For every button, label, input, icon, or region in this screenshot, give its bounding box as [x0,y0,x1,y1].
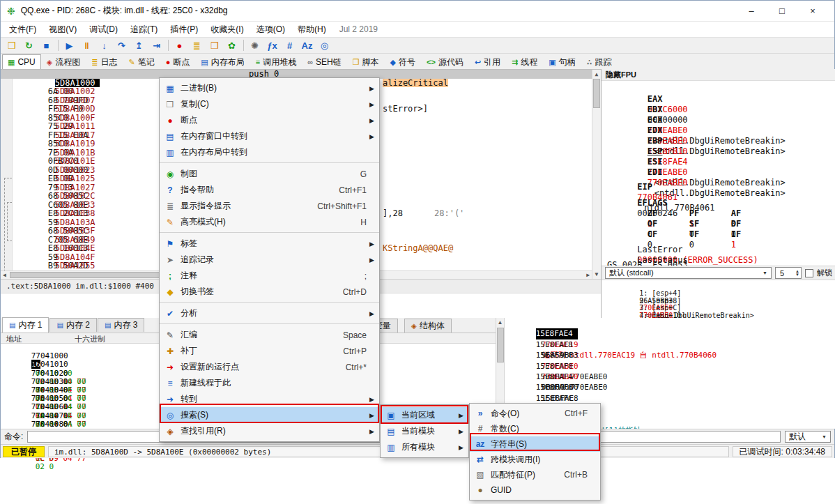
context-menu-item[interactable]: ➤ 追踪记录 ▶ [160,252,379,268]
view-tab[interactable]: ● 断点 [160,54,196,69]
bottom-tab[interactable]: ◈ 结构体 [404,319,452,333]
view-tab[interactable]: <> 源代码 [421,54,469,69]
context-menu-item[interactable]: ▦ 二进制(B) ▶ [160,80,379,96]
submenu-item[interactable]: az 字符串(S) [470,436,600,452]
context-menu-item[interactable]: ◆ 切换书签 Ctrl+D [160,284,379,300]
flag-item[interactable]: CF 0 [607,219,649,229]
flag-item[interactable]: ZF 1 [607,198,649,208]
toolbar-button[interactable]: ≣ [188,38,206,53]
toolbar-button[interactable]: Az [298,38,316,53]
toolbar-button[interactable]: ■ [38,38,55,53]
context-menu-item[interactable]: ✎ 高亮模式(H) H [160,214,379,230]
toolbar-button[interactable] [165,38,171,53]
toolbar-button[interactable]: ❒ [206,38,223,53]
view-tab[interactable]: ≡ 调用堆栈 [250,54,302,69]
toolbar-button[interactable]: ↻ [20,38,38,53]
scrollbar-thumb[interactable] [497,328,504,362]
submenu-item[interactable]: ▤ 当前模块 ▶ [381,423,468,439]
toolbar-button[interactable]: ▶ [61,38,78,53]
toolbar-button[interactable]: ● [171,38,188,53]
view-tab[interactable]: ▦ CPU [2,54,41,69]
toolbar-button[interactable]: ↥ [130,38,148,53]
toolbar-button[interactable]: ↓ [95,38,113,53]
context-menu-item[interactable] [160,300,379,305]
flag-item[interactable]: PF 1 [649,198,691,208]
toolbar-button[interactable]: ‖ [78,38,95,53]
submenu-item[interactable]: » 命令(O) Ctrl+F [470,406,600,421]
bottom-tab[interactable]: ▤ 内存 3 [98,318,144,332]
view-tab[interactable]: ▣ 句柄 [543,54,581,69]
context-menu-item[interactable]: ▥ 在内存布局中转到 [160,144,379,160]
context-menu-item[interactable]: ✎ 汇编 Space [160,327,379,343]
stack-row[interactable]: 15E8FAE4 770EAC19 返回到 ntdll.770EAC19 自 n… [505,318,835,328]
context-menu-item[interactable]: ❒ 复制(C) ▶ [160,96,379,112]
scroll-up-icon[interactable]: ▲ [592,71,601,77]
toolbar-button[interactable] [240,38,246,53]
context-menu-item[interactable]: ≡ 新建线程于此 [160,375,379,391]
arg-count-spinner[interactable]: 5 ▲▼ [775,267,802,279]
view-tab[interactable]: ↩ 引用 [469,54,506,69]
view-tab[interactable]: ✎ 笔记 [123,54,160,69]
flag-item[interactable]: IF 1 [691,219,733,229]
maximize-button[interactable]: □ [767,1,797,21]
toolbar-button[interactable]: ✿ [223,38,240,53]
toolbar-button[interactable]: ❒ [3,38,20,53]
toolbar-button[interactable]: ƒx [263,38,281,53]
register-row[interactable]: EAX 007C6000 [602,84,835,94]
context-menu-item[interactable]: ▤ 在内存窗口中转到 ▶ [160,128,379,144]
bottom-tab[interactable]: ▤ 内存 1 [2,317,49,333]
menubar-item[interactable]: 追踪(T) [124,22,164,38]
menubar-item[interactable]: 收藏夹(I) [204,22,250,38]
context-menu-item[interactable]: ◈ 查找引用(R) ▶ [160,423,379,439]
menubar-item[interactable]: 视图(V) [43,22,83,38]
context-menu-item[interactable]: ⚑ 标签 ▶ [160,236,379,252]
scroll-up-icon[interactable]: ▲ [496,319,504,326]
submenu-item[interactable]: ▣ 当前区域 ▶ [381,407,468,423]
context-menu-item[interactable] [160,230,379,236]
submenu-item[interactable]: ▧ 匹配特征(P) Ctrl+B [470,467,600,482]
flag-item[interactable]: DF 0 [691,208,733,219]
context-menu-item[interactable] [160,321,379,327]
scroll-left-icon[interactable]: ◀ [3,272,6,278]
minimize-button[interactable]: – [736,1,767,21]
context-menu-item[interactable]: ✔ 分析 ▶ [160,305,379,321]
context-menu-item[interactable]: ✚ 补丁 Ctrl+P [160,343,379,359]
view-tab[interactable]: ▤ 内存布局 [195,54,250,69]
view-tab[interactable]: ∞ SEH链 [302,54,347,69]
toolbar-button[interactable]: ✺ [246,38,263,53]
toolbar-button[interactable]: ◎ [316,38,333,53]
calling-convention-select[interactable]: 默认 (stdcall) ▼ [605,267,772,279]
menubar-item[interactable]: 插件(P) [164,22,204,38]
context-menu-item[interactable]: ◎ 搜索(S) ▶ [160,407,379,423]
disasm-vertical-scrollbar[interactable]: ▲ ▼ [592,70,601,279]
view-tab[interactable]: ❒ 脚本 [347,54,385,69]
menubar-item[interactable]: 调试(D) [83,22,124,38]
context-menu-item[interactable]: ; 注释 ; [160,268,379,284]
bottom-tab[interactable]: ▤ 内存 2 [49,318,96,332]
context-menu-item[interactable]: ≣ 显示指令提示 Ctrl+Shift+F1 [160,198,379,214]
view-tab[interactable]: ⇉ 线程 [506,54,543,69]
toolbar-button[interactable] [55,38,61,53]
view-tab[interactable]: ◈ 流程图 [41,54,86,69]
context-menu-item[interactable]: ● 断点 ▶ [160,112,379,128]
submenu-item[interactable]: # 常数(C) [470,421,600,436]
view-tab[interactable]: ◆ 符号 [385,54,421,69]
submenu-item[interactable]: ⇄ 跨模块调用(I) [470,452,600,467]
toolbar-button[interactable]: ⇥ [148,38,165,53]
toolbar-button[interactable]: ↷ [113,38,130,53]
scrollbar-thumb[interactable] [593,79,600,108]
view-tab[interactable]: ≣ 日志 [86,54,123,69]
context-menu-item[interactable]: ? 指令帮助 Ctrl+F1 [160,182,379,198]
context-menu-item[interactable] [160,160,379,166]
flag-item[interactable]: TF 0 [649,219,691,229]
context-menu-item[interactable]: ➜ 设置新的运行点 Ctrl+* [160,359,379,375]
scroll-right-icon[interactable]: ▶ [586,272,590,278]
toolbar-button[interactable]: # [281,38,298,53]
context-menu-item[interactable]: ➜ 转到 ▶ [160,391,379,407]
context-menu-item[interactable]: ◉ 制图 G [160,166,379,182]
argument-row[interactable]: 1: [esp+4] 96A59BB3 [606,283,832,290]
scroll-down-icon[interactable]: ▼ [592,271,601,277]
hide-fpu-toggle[interactable]: 隐藏FPU [602,69,835,81]
submenu-item[interactable]: ▥ 所有模块 ▶ [381,439,468,455]
menubar-item[interactable]: 选项(O) [250,22,291,38]
